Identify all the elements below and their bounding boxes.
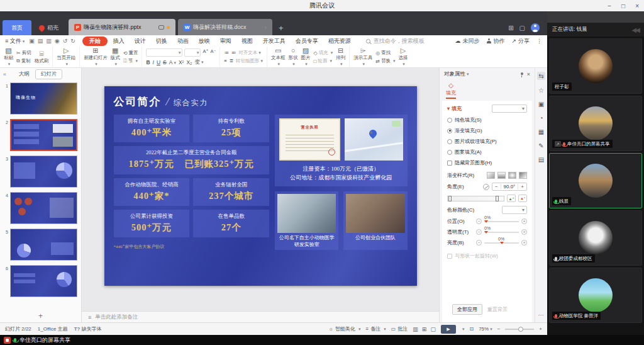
transparency-slider[interactable]: 0%	[484, 232, 519, 233]
layers-icon[interactable]: ▣	[538, 101, 544, 108]
props-close-icon[interactable]: ×	[527, 71, 530, 77]
reading-view-icon[interactable]: ▢	[430, 326, 436, 332]
zoom-out-button[interactable]: −	[497, 326, 501, 332]
transparency-minus-button[interactable]: −	[476, 229, 482, 235]
panel-arrows-icon[interactable]: ◀◀	[632, 26, 639, 33]
delete-stop-button[interactable]: ▲ˣ	[518, 195, 527, 202]
select-button[interactable]: ▷选择	[398, 47, 408, 67]
underline-button[interactable]: U	[157, 59, 160, 65]
angle-dial-icon[interactable]	[483, 184, 489, 190]
ribbon-tab-devtools[interactable]: 开发工具	[258, 37, 290, 46]
gradient-stop-bar[interactable]	[447, 196, 504, 201]
apply-all-button[interactable]: 全部应用	[452, 304, 482, 315]
slider-marker[interactable]	[484, 220, 488, 223]
notebook-icon[interactable]: ▤	[538, 156, 544, 163]
tab-dropdown-icon[interactable]	[263, 24, 267, 30]
slide-thumbnail-3[interactable]	[10, 156, 77, 188]
share-button[interactable]: ↗ 分享	[511, 37, 530, 45]
comment-button[interactable]: ▭ 批注	[391, 325, 408, 332]
angle-plus-button[interactable]: +	[518, 184, 526, 189]
doc-tab-docx[interactable]: W 嗨葆解决答辩稿.docx	[178, 19, 272, 35]
zoom-slider-knob[interactable]	[518, 327, 523, 332]
brightness-minus-button[interactable]: −	[476, 240, 482, 246]
image-library-icon[interactable]: ▦	[538, 128, 544, 135]
outline-tab[interactable]: 大纲	[19, 71, 30, 78]
fill-preset-dropdown[interactable]: ▾	[492, 105, 527, 113]
slide-thumbnail-2-selected[interactable]	[10, 119, 77, 151]
slide-thumbnail-6[interactable]	[10, 265, 77, 297]
ribbon-tab-slideshow[interactable]: 放映	[194, 37, 214, 46]
minimize-icon[interactable]: −	[608, 3, 611, 9]
section-button[interactable]: ⎅节	[123, 58, 138, 64]
play-options-icon[interactable]	[461, 326, 465, 332]
slide-thumbnail-4[interactable]	[10, 192, 77, 224]
align-left-icon[interactable]: ≡	[224, 58, 226, 64]
close-icon[interactable]: ×	[635, 3, 639, 9]
theme-name[interactable]: 1_Office 主题	[38, 325, 68, 332]
preview-icon[interactable]: ◉	[55, 38, 60, 44]
participant-tile[interactable]: 动物医学院 姜普洋	[549, 268, 642, 323]
collab-button[interactable]: 协作	[486, 37, 504, 45]
tab-home[interactable]: 首页	[3, 20, 31, 35]
position-minus-button[interactable]: −	[476, 218, 482, 224]
zoom-level[interactable]: 75%	[479, 326, 492, 332]
angle-value[interactable]: 90.0°	[501, 184, 519, 189]
sorter-view-icon[interactable]: ⊞	[422, 326, 427, 332]
slider-marker[interactable]	[484, 231, 488, 234]
solid-fill-option[interactable]: 纯色填充(S)	[447, 116, 527, 123]
slide-thumbnail-5[interactable]	[10, 229, 77, 261]
picture-fill-option[interactable]: 图片或纹理填充(P)	[447, 138, 527, 145]
fill-tab[interactable]: ◇ 填充	[446, 82, 456, 99]
bullets-icon[interactable]: ≔	[224, 50, 229, 56]
brightness-slider[interactable]: 0%	[484, 242, 519, 244]
ribbon-tab-home[interactable]: 开始	[82, 37, 108, 46]
pattern-fill-option[interactable]: 图案填充(A)	[447, 149, 527, 156]
find-button[interactable]: ◎查找	[375, 50, 395, 56]
gradient-style-2[interactable]	[497, 172, 506, 179]
smart-graphic-button[interactable]: 转智能图形	[236, 58, 263, 64]
superscript-button[interactable]: X²	[179, 59, 184, 65]
replace-button[interactable]: ⇄替换	[375, 58, 395, 64]
gradient-stop-handle[interactable]	[496, 196, 499, 201]
slider-marker[interactable]	[500, 242, 504, 244]
textbox-button[interactable]: ▭文本框	[271, 47, 286, 67]
save-icon[interactable]: ▣	[29, 38, 35, 44]
comment-bubble-icon[interactable]	[158, 25, 164, 30]
notes-bar[interactable]: ≡ 单击此处添加备注	[82, 311, 439, 322]
strip-more-icon[interactable]: ⋯	[538, 312, 545, 319]
effects-star-icon[interactable]: ☆	[538, 87, 544, 94]
cut-button[interactable]: ✂剪切	[16, 50, 31, 56]
rotate-with-shape-checkbox[interactable]: 与形状一起旋转(W)	[447, 252, 527, 259]
gradient-style-4[interactable]	[519, 172, 527, 179]
missing-font-warning[interactable]: T? 缺失字体	[74, 325, 102, 332]
undo-icon[interactable]: ↺	[63, 38, 68, 44]
reset-background-button[interactable]: 重置背景	[487, 306, 508, 313]
font-size-select[interactable]: ▾	[184, 48, 201, 57]
numbering-icon[interactable]: ≕	[231, 50, 236, 56]
zoom-in-button[interactable]: +	[539, 326, 542, 332]
arrange-button[interactable]: ⊟排列	[336, 47, 345, 67]
fill-section-title[interactable]: ▾ 填充	[447, 105, 462, 112]
gradient-style-3[interactable]	[508, 172, 516, 179]
bold-button[interactable]: B	[146, 59, 150, 65]
angle-minus-button[interactable]: −	[492, 184, 501, 189]
hide-bg-checkbox[interactable]: 隐藏背景图形(H)	[447, 159, 527, 166]
play-current-button[interactable]: ▷当页开始	[57, 47, 75, 67]
beautify-button[interactable]: ☼ 智能美化	[329, 325, 361, 332]
user-avatar[interactable]	[531, 23, 540, 32]
picture-button[interactable]: ▨图片	[301, 47, 311, 67]
zoom-slider[interactable]	[505, 329, 534, 330]
doc-tab-pptx[interactable]: P 嗨葆生物路演答辩.pptx	[69, 19, 175, 35]
strike-button[interactable]: S	[163, 59, 167, 65]
more-menu-icon[interactable]: ⋮	[536, 38, 542, 44]
gradient-stop-handle[interactable]	[448, 196, 452, 201]
tab-list-icon[interactable]: ⊞	[508, 25, 513, 31]
position-plus-button[interactable]: +	[521, 218, 527, 224]
ribbon-tab-insert[interactable]: 插入	[109, 37, 129, 46]
pen-sign-icon[interactable]: ✎	[538, 142, 543, 149]
participant-tile[interactable]: 程子彰	[549, 38, 642, 94]
font-color-button[interactable]: A	[169, 59, 176, 65]
layout-button[interactable]: ▦版式	[111, 47, 120, 67]
gradient-fill-option[interactable]: 渐变填充(G)	[447, 127, 527, 134]
new-tab-button[interactable]: +	[279, 23, 284, 33]
